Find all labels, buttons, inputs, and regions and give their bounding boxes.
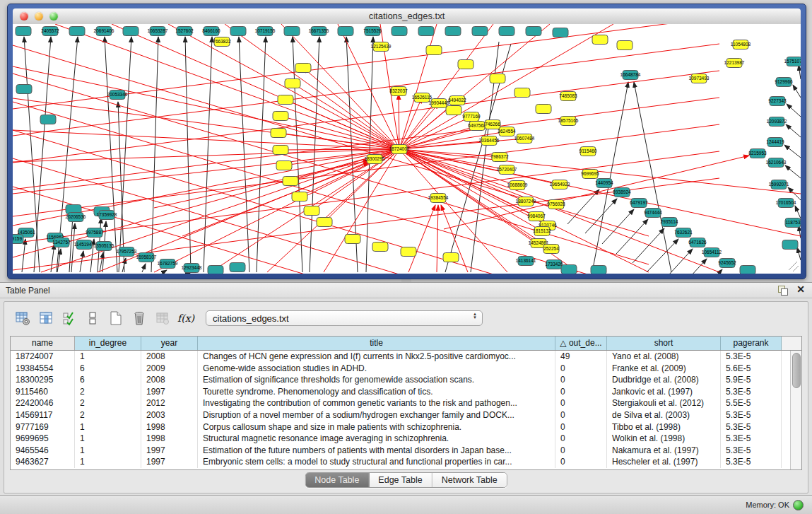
delete-table-icon[interactable] xyxy=(131,310,148,327)
graph-node-label: 9699695 xyxy=(581,171,599,176)
graph-node-label: 1342757 xyxy=(52,240,71,245)
tab-edge-table[interactable]: Edge Table xyxy=(369,473,432,487)
graph-node[interactable] xyxy=(276,161,292,170)
column-header-title[interactable]: title xyxy=(198,337,555,350)
graph-node[interactable] xyxy=(208,266,223,274)
window-titlebar[interactable]: citations_edges.txt xyxy=(13,8,801,25)
graph-node[interactable] xyxy=(40,115,56,124)
table-row[interactable]: 2242004622012Investigating the contribut… xyxy=(11,397,791,409)
graph-node-label: 252254 xyxy=(543,246,559,251)
table-cell: Dudbridge et al. (2008) xyxy=(607,374,721,386)
table-settings-icon[interactable] xyxy=(14,310,31,327)
graph-node[interactable] xyxy=(230,27,246,36)
graph-node[interactable] xyxy=(271,129,286,138)
table-row[interactable]: 1456911722003Disruption of a novel membe… xyxy=(11,409,791,421)
column-header-out_de[interactable]: △ out_de... xyxy=(555,337,607,350)
graph-node[interactable] xyxy=(69,27,85,36)
graph-node[interactable] xyxy=(317,218,332,227)
graph-node[interactable] xyxy=(536,105,551,114)
graph-edge xyxy=(784,145,801,158)
network-canvas[interactable]: 2405572206914061065328715276028466160107… xyxy=(13,24,801,274)
graph-node[interactable] xyxy=(443,253,459,262)
function-builder-icon[interactable]: f(x) xyxy=(177,310,194,327)
import-table-icon[interactable] xyxy=(154,310,171,327)
table-cell: Changes of HCN gene expression and I(f) … xyxy=(198,351,555,363)
graph-node[interactable] xyxy=(338,27,353,36)
table-cell: 1 xyxy=(75,445,141,457)
table-cell: Estimation of the future numbers of pati… xyxy=(198,445,555,457)
graph-node[interactable] xyxy=(285,79,300,88)
graph-node[interactable] xyxy=(617,41,632,50)
graph-node[interactable] xyxy=(284,27,300,36)
graph-node[interactable] xyxy=(304,206,319,216)
column-header-name[interactable]: name xyxy=(11,337,75,350)
graph-node-label: 19654923 xyxy=(550,182,570,187)
network-table-selector[interactable]: citations_edges.txt ▲▼ xyxy=(206,310,483,326)
table-type-tabbar: Node TableEdge TableNetwork Table xyxy=(305,472,507,488)
column-header-pagerank[interactable]: pagerank xyxy=(721,337,782,350)
table-row[interactable]: 1872400712008Changes of HCN gene express… xyxy=(11,351,791,363)
column-header-year[interactable]: year xyxy=(141,337,198,350)
table-cell: 9463627 xyxy=(11,456,75,468)
graph-node[interactable] xyxy=(283,177,298,186)
graph-node[interactable] xyxy=(592,35,608,45)
graph-node[interactable] xyxy=(526,27,541,36)
graph-node[interactable] xyxy=(458,60,473,69)
table-cell: 5.3E-5 xyxy=(721,456,782,468)
select-columns-icon[interactable] xyxy=(61,310,78,327)
graph-node[interactable] xyxy=(401,247,416,257)
close-panel-icon[interactable]: ✕ xyxy=(796,284,805,295)
tab-node-table[interactable]: Node Table xyxy=(305,473,369,487)
graph-node[interactable] xyxy=(514,88,530,98)
graph-node[interactable] xyxy=(490,74,505,83)
graph-node[interactable] xyxy=(372,243,388,252)
graph-node[interactable] xyxy=(782,240,798,250)
graph-node[interactable] xyxy=(446,106,461,115)
table-vertical-scrollbar[interactable] xyxy=(790,351,801,469)
graph-node[interactable] xyxy=(553,28,568,37)
graph-node[interactable] xyxy=(445,27,461,36)
graph-node[interactable] xyxy=(16,27,31,36)
graph-node[interactable] xyxy=(740,266,755,274)
graph-node[interactable] xyxy=(472,27,488,36)
float-panel-icon[interactable] xyxy=(778,286,788,296)
graph-node[interactable] xyxy=(561,265,577,274)
graph-node[interactable] xyxy=(278,95,293,105)
graph-node[interactable] xyxy=(418,27,434,36)
table-row[interactable]: 946554611997Estimation of the future num… xyxy=(11,445,791,457)
graph-node-label: 20053346 xyxy=(107,92,128,97)
network-canvas-svg[interactable]: 2405572206914061065328715276028466160107… xyxy=(13,24,801,274)
table-cell: Nakamura et al. (1997) xyxy=(607,445,721,457)
table-row[interactable]: 911546021997Tourette syndrome. Phenomeno… xyxy=(11,386,791,398)
scrollbar-thumb[interactable] xyxy=(792,353,801,388)
table-row[interactable]: 946362711997Embryonic stem cells: a mode… xyxy=(11,456,791,468)
graph-node[interactable] xyxy=(392,27,407,36)
graph-node[interactable] xyxy=(16,85,32,94)
graph-node[interactable] xyxy=(499,27,514,36)
graph-node[interactable] xyxy=(273,146,288,155)
graph-edge xyxy=(151,37,158,272)
table-row[interactable]: 1830029562008Estimation of significance … xyxy=(11,374,791,386)
graph-node[interactable] xyxy=(230,263,245,272)
graph-node[interactable] xyxy=(295,64,311,73)
graph-node-label: 9975887 xyxy=(86,230,104,235)
graph-edge xyxy=(310,37,319,272)
graph-node[interactable] xyxy=(345,235,360,244)
graph-edge xyxy=(793,266,799,271)
row-height-icon[interactable] xyxy=(84,310,101,327)
table-row[interactable]: 1938455462009Genome-wide association stu… xyxy=(11,363,791,375)
table-row[interactable]: 977716911998Corpus callosum shape and si… xyxy=(11,421,791,433)
table-panel-title: Table Panel xyxy=(6,286,50,296)
table-row[interactable]: 969969511998Structural magnetic resonanc… xyxy=(11,433,791,445)
graph-node[interactable] xyxy=(426,46,442,55)
graph-node[interactable] xyxy=(273,112,288,121)
create-table-icon[interactable] xyxy=(107,310,124,327)
graph-node-label: 6479197 xyxy=(630,200,648,205)
show-columns-icon[interactable] xyxy=(37,310,54,327)
graph-node[interactable] xyxy=(123,27,139,36)
column-header-in_degree[interactable]: in_degree xyxy=(75,337,141,350)
tab-network-table[interactable]: Network Table xyxy=(433,473,507,487)
graph-node[interactable] xyxy=(292,192,307,201)
column-header-short[interactable]: short xyxy=(607,337,721,350)
graph-node[interactable] xyxy=(591,266,606,274)
